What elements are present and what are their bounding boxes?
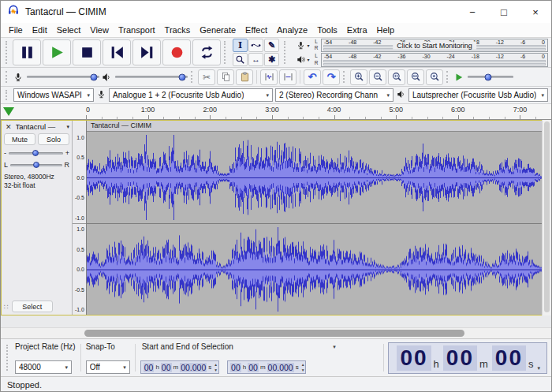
timeline-scale[interactable]: 01:002:003:004:005:006:007:00 bbox=[86, 104, 542, 119]
pause-button[interactable] bbox=[13, 39, 41, 65]
vertical-ruler-left-channel[interactable]: 1.00.50.0-0.5-1.0 bbox=[73, 132, 86, 223]
track-name-menu[interactable]: Tantacrul — ▾ bbox=[16, 122, 69, 131]
toolbar-grip[interactable] bbox=[446, 71, 450, 83]
slider-thumb[interactable] bbox=[32, 150, 39, 156]
zoom-fit-button[interactable] bbox=[407, 69, 424, 85]
menu-item[interactable]: Tools bbox=[312, 24, 342, 36]
pan-slider[interactable]: L R bbox=[4, 161, 69, 169]
zoom-toggle-button[interactable] bbox=[426, 69, 443, 85]
toolbar-row-transport: I ✎ ↔ ✱ ▾ LR -54-48-42-36-30-24-18-12-60 bbox=[1, 38, 551, 68]
menu-item[interactable]: Analyze bbox=[272, 24, 312, 36]
toolbar-grip[interactable] bbox=[6, 71, 9, 83]
selection-end-field[interactable]: 00h 00m 00.000s ▴▾ bbox=[227, 360, 306, 374]
recording-volume-slider[interactable] bbox=[13, 72, 99, 83]
toolbar-grip[interactable] bbox=[6, 345, 10, 371]
menu-item[interactable]: Generate bbox=[195, 24, 241, 36]
loop-button[interactable] bbox=[192, 39, 221, 65]
play-at-speed-slider[interactable] bbox=[453, 72, 513, 83]
audio-clip[interactable]: Tantacrul — CIMIM bbox=[87, 121, 543, 315]
gain-slider[interactable]: - + bbox=[4, 149, 69, 157]
spinner-icon[interactable]: ▴▾ bbox=[214, 362, 217, 371]
cut-button[interactable]: ✂ bbox=[198, 69, 215, 85]
toolbar-grip[interactable] bbox=[284, 41, 288, 64]
draw-tool-button[interactable]: ✎ bbox=[264, 39, 279, 52]
envelope-tool-button[interactable] bbox=[248, 39, 263, 52]
menu-item[interactable]: Edit bbox=[28, 24, 52, 36]
maximize-button[interactable]: □ bbox=[488, 1, 520, 23]
menu-item[interactable]: Transport bbox=[114, 24, 160, 36]
recording-channels-select[interactable]: 2 (Stereo) Recording Chann ▾ bbox=[275, 88, 393, 102]
mute-button[interactable]: Mute bbox=[4, 133, 35, 145]
slider-thumb[interactable] bbox=[485, 73, 492, 80]
vertical-scrollbar[interactable] bbox=[542, 120, 551, 315]
vertical-scrollbar-thumb[interactable] bbox=[544, 121, 550, 312]
trim-audio-button[interactable] bbox=[260, 69, 278, 85]
zoom-out-button[interactable] bbox=[369, 69, 386, 85]
time-shift-tool-button[interactable]: ↔ bbox=[248, 53, 263, 66]
menu-item[interactable]: View bbox=[85, 24, 114, 36]
meter-scale-number: -12 bbox=[496, 39, 504, 45]
solo-button[interactable]: Solo bbox=[38, 133, 69, 145]
audio-host-select[interactable]: Windows WASAPI ▾ bbox=[13, 88, 94, 102]
slider-thumb[interactable] bbox=[33, 162, 39, 168]
meter-channel-label: L bbox=[313, 54, 319, 59]
paste-button[interactable] bbox=[236, 69, 253, 85]
microphone-icon bbox=[96, 88, 106, 103]
undo-button[interactable]: ↶ bbox=[304, 69, 321, 85]
record-button[interactable] bbox=[162, 39, 191, 65]
waveform-left-channel[interactable] bbox=[87, 132, 543, 223]
zoom-in-button[interactable] bbox=[350, 69, 367, 85]
menu-item[interactable]: Effect bbox=[241, 24, 272, 36]
slider-thumb[interactable] bbox=[90, 73, 97, 80]
selection-start-field[interactable]: 00h 00m 00.000s ▴▾ bbox=[140, 360, 219, 374]
selection-tool-button[interactable]: I bbox=[233, 39, 248, 52]
clip-title-bar[interactable]: Tantacrul — CIMIM bbox=[87, 121, 543, 132]
waveform-right-channel[interactable] bbox=[87, 224, 543, 315]
play-button[interactable] bbox=[43, 39, 71, 65]
menu-item[interactable]: Tracks bbox=[160, 24, 196, 36]
selection-mode-select[interactable]: Start and End of Selection ▾ bbox=[140, 342, 338, 352]
horizontal-scrollbar[interactable] bbox=[1, 327, 551, 338]
playback-meter[interactable]: ▾ LR -54-48-42-36-30-24-18-12-60 bbox=[294, 53, 548, 67]
zoom-in-icon bbox=[353, 71, 365, 83]
multi-tool-button[interactable]: ✱ bbox=[264, 53, 279, 66]
slider-thumb[interactable] bbox=[178, 73, 185, 80]
redo-button[interactable]: ↷ bbox=[323, 69, 340, 85]
vertical-scale-ruler[interactable]: 1.00.50.0-0.5-1.0 1.00.50.0-0.5-1.0 bbox=[73, 121, 87, 315]
zoom-selection-button[interactable] bbox=[388, 69, 405, 85]
horizontal-scrollbar-thumb[interactable] bbox=[84, 330, 464, 337]
minimize-button[interactable]: − bbox=[457, 1, 488, 23]
playback-device-select[interactable]: Lautsprecher (Focusrite Usb Audio) ▾ bbox=[408, 88, 548, 102]
vertical-ruler-right-channel[interactable]: 1.00.50.0-0.5-1.0 bbox=[73, 223, 86, 315]
audio-position-display[interactable]: 00h 00m 00s ▾ bbox=[388, 342, 547, 374]
skip-to-start-button[interactable] bbox=[103, 39, 131, 65]
silence-audio-button[interactable] bbox=[279, 69, 297, 85]
close-track-button[interactable]: ✕ bbox=[4, 123, 13, 131]
toolbar-grip[interactable] bbox=[343, 71, 347, 83]
toolbar-grip[interactable] bbox=[191, 71, 195, 83]
menu-item[interactable]: Extra bbox=[342, 24, 372, 36]
stop-button[interactable] bbox=[73, 39, 101, 65]
menu-item[interactable]: Select bbox=[52, 24, 86, 36]
close-button[interactable]: × bbox=[520, 1, 551, 23]
recording-device-select[interactable]: Analogue 1 + 2 (Focusrite Usb Audio) ▾ bbox=[109, 88, 273, 102]
toolbar-grip[interactable] bbox=[6, 41, 9, 64]
playback-volume-slider[interactable] bbox=[101, 72, 188, 83]
skip-to-end-button[interactable] bbox=[132, 39, 161, 65]
timeline-ruler[interactable]: 01:002:003:004:005:006:007:00 bbox=[1, 104, 551, 120]
menu-item[interactable]: Help bbox=[372, 24, 400, 36]
copy-button[interactable] bbox=[217, 69, 234, 85]
playhead-pin-icon[interactable] bbox=[3, 107, 14, 116]
select-track-button[interactable]: Select bbox=[12, 301, 53, 312]
project-rate-select[interactable]: 48000 ▾ bbox=[15, 360, 72, 374]
spinner-icon[interactable]: ▴▾ bbox=[302, 362, 304, 371]
recording-meter[interactable]: ▾ LR -54-48-42-36-30-24-18-12-60 Click t… bbox=[294, 39, 548, 53]
zoom-tool-button[interactable] bbox=[233, 53, 248, 66]
snap-to-select[interactable]: Off ▾ bbox=[86, 360, 130, 374]
toolbar-grip[interactable] bbox=[6, 90, 9, 100]
project-rate-label: Project Rate (Hz) bbox=[15, 342, 76, 352]
monitoring-label[interactable]: Click to Start Monitoring bbox=[393, 42, 476, 50]
menu-item[interactable]: File bbox=[4, 24, 28, 36]
copy-icon bbox=[220, 71, 232, 83]
toolbar-grip[interactable] bbox=[224, 41, 228, 64]
